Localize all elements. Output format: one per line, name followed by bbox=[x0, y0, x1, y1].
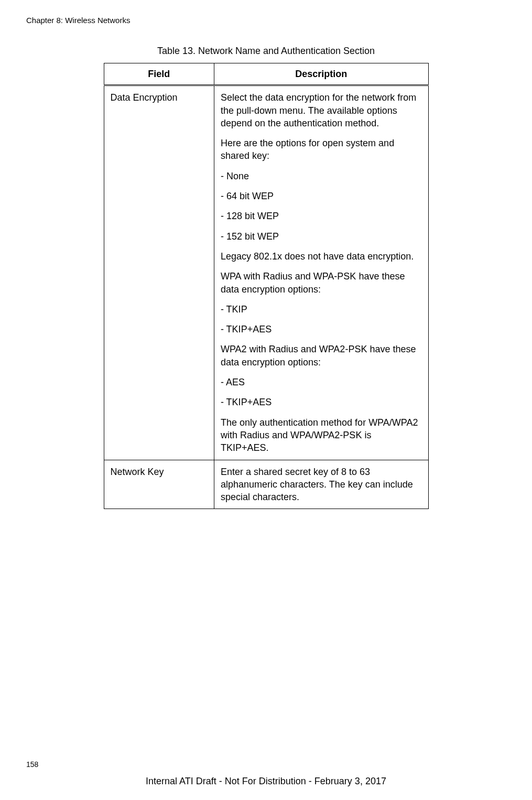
table-row: Data Encryption Select the data encrypti… bbox=[104, 85, 428, 460]
desc-paragraph: Enter a shared secret key of 8 to 63 alp… bbox=[221, 466, 422, 504]
desc-paragraph: - AES bbox=[221, 376, 422, 388]
main-content: Table 13. Network Name and Authenticatio… bbox=[104, 46, 429, 509]
field-cell: Data Encryption bbox=[104, 85, 214, 460]
desc-paragraph: - 64 bit WEP bbox=[221, 190, 422, 202]
desc-paragraph: - TKIP bbox=[221, 303, 422, 316]
description-cell: Select the data encryption for the netwo… bbox=[214, 85, 428, 460]
column-header-description: Description bbox=[214, 63, 428, 85]
desc-paragraph: - 152 bit WEP bbox=[221, 230, 422, 243]
desc-paragraph: Here are the options for open system and… bbox=[221, 137, 422, 163]
description-cell: Enter a shared secret key of 8 to 63 alp… bbox=[214, 460, 428, 509]
data-table: Field Description Data Encryption Select… bbox=[104, 63, 429, 509]
desc-paragraph: The only authentication method for WPA/W… bbox=[221, 416, 422, 455]
desc-paragraph: Legacy 802.1x does not have data encrypt… bbox=[221, 250, 422, 263]
desc-paragraph: WPA with Radius and WPA-PSK have these d… bbox=[221, 270, 422, 296]
footer-text: Internal ATI Draft - Not For Distributio… bbox=[0, 776, 532, 787]
page-number: 158 bbox=[26, 760, 38, 769]
desc-paragraph: WPA2 with Radius and WPA2-PSK have these… bbox=[221, 343, 422, 369]
desc-paragraph: Select the data encryption for the netwo… bbox=[221, 91, 422, 129]
column-header-field: Field bbox=[104, 63, 214, 85]
desc-paragraph: - TKIP+AES bbox=[221, 323, 422, 336]
desc-paragraph: - 128 bit WEP bbox=[221, 210, 422, 222]
field-cell: Network Key bbox=[104, 460, 214, 509]
desc-paragraph: - TKIP+AES bbox=[221, 396, 422, 408]
table-row: Network Key Enter a shared secret key of… bbox=[104, 460, 428, 509]
table-title: Table 13. Network Name and Authenticatio… bbox=[104, 46, 429, 57]
chapter-header: Chapter 8: Wireless Networks bbox=[0, 0, 532, 25]
desc-paragraph: - None bbox=[221, 170, 422, 182]
